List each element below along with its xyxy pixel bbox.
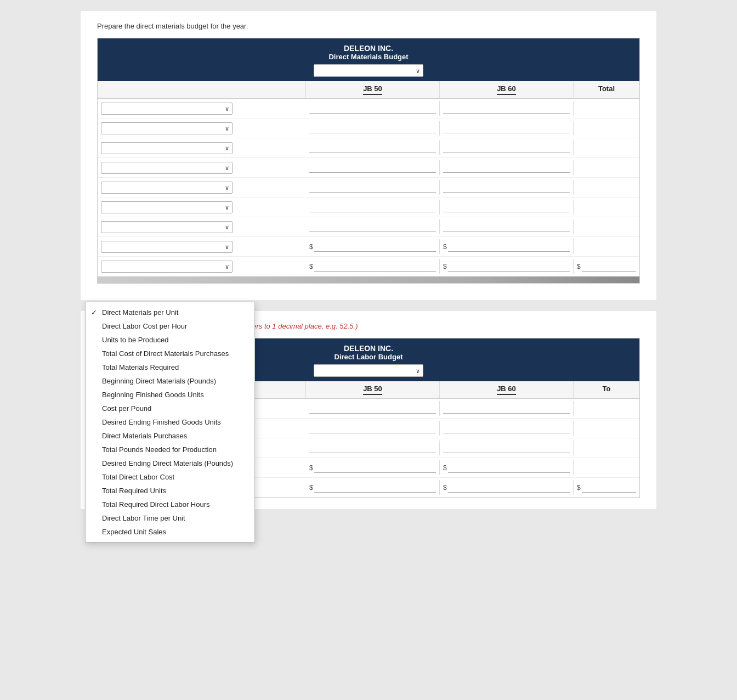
labor-row-input-jb50-2[interactable] xyxy=(306,421,440,436)
scrollbar[interactable] xyxy=(98,276,639,283)
row-select-wrapper-9[interactable] xyxy=(101,261,233,273)
input-jb50-8[interactable] xyxy=(314,241,436,252)
input-jb60-3[interactable] xyxy=(443,143,570,153)
row-input-jb50-5[interactable] xyxy=(306,180,440,195)
row-input-jb60-1[interactable] xyxy=(440,101,574,116)
input-jb50-2[interactable] xyxy=(309,123,436,133)
dropdown-item-4[interactable]: Total Materials Required xyxy=(86,360,254,374)
labor-row-input-jb50-1[interactable] xyxy=(306,401,440,416)
row-input-jb50-9[interactable]: $ xyxy=(306,259,440,274)
input-jb60-6[interactable] xyxy=(443,202,570,212)
labor-row-input-jb60-2[interactable] xyxy=(440,421,574,436)
input-jb50-3[interactable] xyxy=(309,143,436,153)
dropdown-item-15[interactable]: Direct Labor Time per Unit xyxy=(86,511,254,525)
row-input-jb50-3[interactable] xyxy=(306,140,440,155)
input-jb50-7[interactable] xyxy=(309,222,436,232)
row-input-jb60-8[interactable]: $ xyxy=(440,239,574,254)
row-select-wrapper-5[interactable] xyxy=(101,182,233,194)
input-jb50-5[interactable] xyxy=(309,182,436,193)
row-input-jb60-6[interactable] xyxy=(440,200,574,214)
row-input-jb50-8[interactable]: $ xyxy=(306,239,440,254)
row-label-select-9[interactable] xyxy=(101,261,233,273)
input-jb60-2[interactable] xyxy=(443,123,570,133)
labor-input-jb60-2[interactable] xyxy=(443,423,570,433)
labor-period-select[interactable] xyxy=(314,364,423,377)
dropdown-item-8[interactable]: Desired Ending Finished Goods Units xyxy=(86,415,254,429)
dropdown-item-5[interactable]: Beginning Direct Materials (Pounds) xyxy=(86,374,254,388)
row-select-wrapper-4[interactable] xyxy=(101,162,233,174)
row-input-jb50-7[interactable] xyxy=(306,219,440,234)
dropdown-item-3[interactable]: Total Cost of Direct Materials Purchases xyxy=(86,347,254,360)
dropdown-item-7[interactable]: Cost per Pound xyxy=(86,402,254,415)
input-jb60-4[interactable] xyxy=(443,162,570,173)
labor-row-input-total-5[interactable]: $ xyxy=(574,480,639,495)
row-label-select-7[interactable] xyxy=(101,221,233,233)
input-jb50-4[interactable] xyxy=(309,162,436,173)
row-label-select-2[interactable] xyxy=(101,122,233,134)
row-input-jb60-5[interactable] xyxy=(440,180,574,195)
input-jb50-6[interactable] xyxy=(309,202,436,212)
labor-period-select-container[interactable] xyxy=(314,364,423,377)
labor-input-jb50-3[interactable] xyxy=(309,443,436,453)
labor-row-input-jb50-5[interactable]: $ xyxy=(306,480,440,495)
dropdown-item-6[interactable]: Beginning Finished Goods Units xyxy=(86,388,254,402)
dropdown-item-14[interactable]: Total Required Direct Labor Hours xyxy=(86,498,254,511)
row-input-total-9[interactable]: $ xyxy=(574,259,639,274)
row-input-jb60-9[interactable]: $ xyxy=(440,259,574,274)
dropdown-item-2[interactable]: Units to be Produced xyxy=(86,333,254,347)
dropdown-item-13[interactable]: Total Required Units xyxy=(86,484,254,498)
labor-input-jb50-2[interactable] xyxy=(309,423,436,433)
input-jb60-8[interactable] xyxy=(448,241,570,252)
row-label-select-4[interactable] xyxy=(101,162,233,174)
input-total-9[interactable] xyxy=(582,261,636,272)
labor-row-input-jb60-1[interactable] xyxy=(440,401,574,416)
input-jb60-7[interactable] xyxy=(443,222,570,232)
labor-input-total-5[interactable] xyxy=(582,482,636,493)
labor-input-jb50-5[interactable] xyxy=(314,482,436,493)
row-label-select-3[interactable] xyxy=(101,142,233,154)
row-input-jb50-4[interactable] xyxy=(306,160,440,175)
row-input-jb60-4[interactable] xyxy=(440,160,574,175)
dropdown-item-1[interactable]: Direct Labor Cost per Hour xyxy=(86,319,254,333)
period-select-container[interactable] xyxy=(314,64,423,77)
row-select-wrapper-1[interactable] xyxy=(101,103,233,115)
row-select-wrapper-2[interactable] xyxy=(101,122,233,134)
row-input-jb50-2[interactable] xyxy=(306,121,440,136)
input-jb60-1[interactable] xyxy=(443,103,570,114)
dropdown-item-12[interactable]: Total Direct Labor Cost xyxy=(86,470,254,484)
dropdown-item-16[interactable]: Expected Unit Sales xyxy=(86,525,254,539)
row-label-select-8[interactable] xyxy=(101,241,233,253)
labor-row-input-jb60-4[interactable]: $ xyxy=(440,460,574,475)
input-jb50-9[interactable] xyxy=(314,261,436,272)
row-label-select-1[interactable] xyxy=(101,103,233,115)
row-input-jb60-3[interactable] xyxy=(440,140,574,155)
labor-row-input-jb50-4[interactable]: $ xyxy=(306,460,440,475)
row-select-wrapper-8[interactable] xyxy=(101,241,233,253)
input-jb60-5[interactable] xyxy=(443,182,570,193)
labor-input-jb60-1[interactable] xyxy=(443,403,570,414)
labor-input-jb50-4[interactable] xyxy=(314,462,436,473)
dropdown-item-9[interactable]: Direct Materials Purchases xyxy=(86,429,254,443)
labor-input-jb60-4[interactable] xyxy=(448,462,570,473)
row-input-jb60-7[interactable] xyxy=(440,219,574,234)
dropdown-item-0[interactable]: Direct Materials per Unit xyxy=(86,306,254,319)
row-input-jb60-2[interactable] xyxy=(440,121,574,136)
row-input-jb50-1[interactable] xyxy=(306,101,440,116)
row-input-jb50-6[interactable] xyxy=(306,200,440,214)
input-jb50-1[interactable] xyxy=(309,103,436,114)
row-label-select-5[interactable] xyxy=(101,182,233,194)
period-select[interactable] xyxy=(314,64,423,77)
row-select-wrapper-6[interactable] xyxy=(101,201,233,213)
labor-row-input-jb60-3[interactable] xyxy=(440,441,574,455)
labor-input-jb50-1[interactable] xyxy=(309,403,436,414)
labor-input-jb60-3[interactable] xyxy=(443,443,570,453)
labor-row-input-jb60-5[interactable]: $ xyxy=(440,480,574,495)
row-label-select-6[interactable] xyxy=(101,201,233,213)
dropdown-item-11[interactable]: Desired Ending Direct Materials (Pounds) xyxy=(86,456,254,470)
input-jb60-9[interactable] xyxy=(448,261,570,272)
labor-input-jb60-5[interactable] xyxy=(448,482,570,493)
row-select-wrapper-7[interactable] xyxy=(101,221,233,233)
labor-row-input-jb50-3[interactable] xyxy=(306,441,440,455)
dropdown-item-10[interactable]: Total Pounds Needed for Production xyxy=(86,443,254,456)
row-select-wrapper-3[interactable] xyxy=(101,142,233,154)
